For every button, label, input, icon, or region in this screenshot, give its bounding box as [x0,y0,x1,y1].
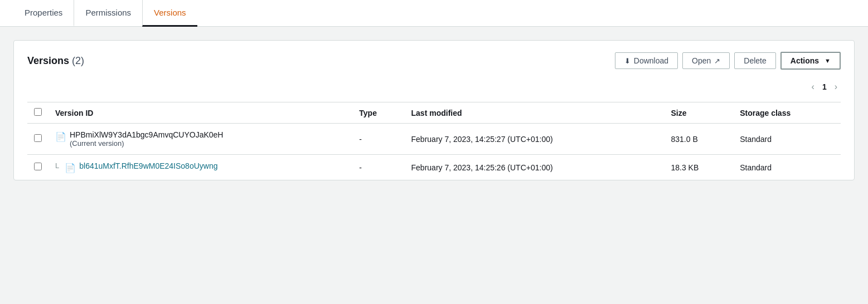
last-modified-cell: February 7, 2023, 14:25:27 (UTC+01:00) [405,124,665,155]
current-page: 1 [822,82,827,91]
table-header-row: Version ID Type Last modified Size Stora… [27,102,841,124]
col-header-type: Type [352,102,404,124]
type-cell: - [352,124,404,155]
next-page-button[interactable]: › [831,81,841,93]
table-row: L📄bl641uMxfT.RfhE9wM0E24ISo8oUywng-Febru… [27,155,841,180]
download-icon: ⬇ [624,57,631,65]
last-modified-cell: February 7, 2023, 14:25:26 (UTC+01:00) [405,155,665,180]
indent-icon: L [55,161,59,170]
col-header-storage-class: Storage class [733,102,841,124]
actions-button[interactable]: Actions ▼ [780,52,841,70]
row-checkbox-cell [27,124,49,155]
download-label: Download [634,56,668,65]
download-button[interactable]: ⬇ Download [615,52,678,69]
tab-permissions[interactable]: Permissions [74,0,142,27]
versions-table: Version ID Type Last modified Size Stora… [27,102,841,180]
prev-page-button[interactable]: ‹ [808,81,818,93]
select-all-checkbox[interactable] [34,108,42,116]
version-id-cell: L📄bl641uMxfT.RfhE9wM0E24ISo8oUywng [49,155,352,180]
size-cell: 831.0 B [664,124,733,155]
storage-class-cell: Standard [733,155,841,180]
open-button[interactable]: Open ↗ [682,52,730,69]
tab-properties[interactable]: Properties [13,0,74,27]
open-label: Open [692,56,711,65]
size-cell: 18.3 KB [664,155,733,180]
storage-class-cell: Standard [733,124,841,155]
panel-title-text: Versions [27,55,69,66]
actions-label: Actions [791,56,819,65]
version-id-link[interactable]: bl641uMxfT.RfhE9wM0E24ISo8oUywng [79,161,217,170]
panel-title: Versions (2) [27,55,84,67]
panel-header: Versions (2) ⬇ Download Open ↗ Delete Ac… [27,52,841,70]
row-checkbox-cell [27,155,49,180]
main-content: Versions (2) ⬇ Download Open ↗ Delete Ac… [0,27,868,194]
current-version-label: (Current version) [70,139,223,148]
select-all-header [27,102,49,124]
version-id-cell: 📄HPBmiXlW9Y3dA1bgc9AmvqCUYOJaK0eH(Curren… [49,124,352,155]
tabs-bar: Properties Permissions Versions [0,0,868,27]
version-id-text: HPBmiXlW9Y3dA1bgc9AmvqCUYOJaK0eH [70,130,223,139]
col-header-last-modified: Last modified [405,102,665,124]
delete-label: Delete [744,56,766,65]
chevron-down-icon: ▼ [825,57,831,64]
row-checkbox[interactable] [34,163,42,170]
table-row: 📄HPBmiXlW9Y3dA1bgc9AmvqCUYOJaK0eH(Curren… [27,124,841,155]
delete-button[interactable]: Delete [734,52,775,69]
row-checkbox[interactable] [34,134,42,142]
external-link-icon: ↗ [714,57,720,65]
header-actions: ⬇ Download Open ↗ Delete Actions ▼ [615,52,841,70]
versions-panel: Versions (2) ⬇ Download Open ↗ Delete Ac… [13,40,855,180]
file-icon: 📄 [65,163,76,173]
col-header-version-id: Version ID [49,102,352,124]
panel-count: (2) [72,55,84,66]
pagination: ‹ 1 › [27,76,841,97]
type-cell: - [352,155,404,180]
tab-versions[interactable]: Versions [142,0,197,27]
col-header-size: Size [664,102,733,124]
file-icon: 📄 [55,131,66,142]
